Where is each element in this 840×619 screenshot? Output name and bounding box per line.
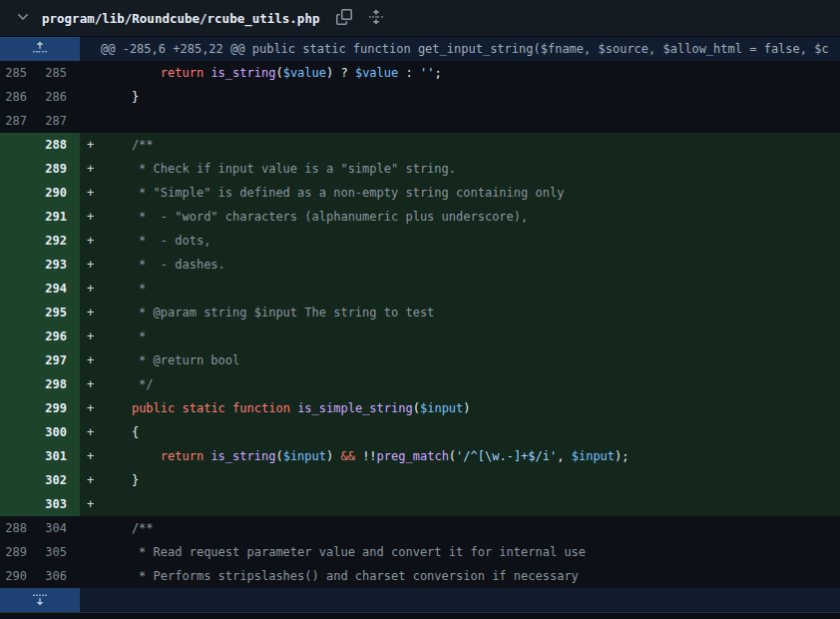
new-line-number[interactable]: 293 bbox=[40, 253, 80, 277]
old-line-number[interactable]: 286 bbox=[0, 85, 40, 109]
diff-marker: + bbox=[80, 253, 103, 277]
code-line: * bbox=[103, 277, 840, 301]
code-line: public static function is_simple_string(… bbox=[103, 396, 840, 420]
new-line-number[interactable]: 298 bbox=[40, 372, 80, 396]
diff-line: 294+ * bbox=[0, 277, 840, 301]
new-line-number[interactable]: 287 bbox=[40, 109, 80, 133]
diff-line: 291+ * - "word" characters (alphanumeric… bbox=[0, 205, 840, 229]
file-path[interactable]: program/lib/Roundcube/rcube_utils.php bbox=[42, 11, 319, 26]
new-line-number[interactable]: 286 bbox=[40, 85, 80, 109]
old-line-number[interactable] bbox=[0, 205, 40, 229]
old-line-number[interactable] bbox=[0, 229, 40, 253]
diff-line: 290+ * "Simple" is defined as a non-empt… bbox=[0, 181, 840, 205]
old-line-number[interactable]: 287 bbox=[0, 109, 40, 133]
diff-line: 285285 return is_string($value) ? $value… bbox=[0, 61, 840, 85]
diff-marker: + bbox=[80, 372, 103, 396]
new-line-number[interactable]: 285 bbox=[40, 61, 80, 85]
copy-path-button[interactable] bbox=[333, 7, 355, 29]
new-line-number[interactable]: 288 bbox=[40, 133, 80, 157]
old-line-number[interactable] bbox=[0, 348, 40, 372]
diff-marker: + bbox=[80, 468, 103, 492]
diff-line: 298+ */ bbox=[0, 372, 840, 396]
old-line-number[interactable] bbox=[0, 444, 40, 468]
diff-marker: + bbox=[80, 396, 103, 420]
code-line: */ bbox=[103, 372, 840, 396]
new-line-number[interactable]: 296 bbox=[40, 324, 80, 348]
code-line: * Read request parameter value and conve… bbox=[103, 540, 840, 564]
old-line-number[interactable] bbox=[0, 324, 40, 348]
unfold-icon bbox=[368, 9, 384, 28]
code-line: /** bbox=[103, 133, 840, 157]
new-line-number[interactable]: 297 bbox=[40, 348, 80, 372]
diff-line: 303+ bbox=[0, 492, 840, 516]
old-line-number[interactable] bbox=[0, 420, 40, 444]
new-line-number[interactable]: 299 bbox=[40, 396, 80, 420]
new-line-number[interactable]: 305 bbox=[40, 540, 80, 564]
code-line: * @param string $input The string to tes… bbox=[103, 301, 840, 324]
new-line-number[interactable]: 289 bbox=[40, 157, 80, 181]
diff-marker bbox=[80, 61, 103, 85]
collapse-file-button[interactable] bbox=[12, 7, 34, 29]
diff-line: 301+ return is_string($input) && !!preg_… bbox=[0, 444, 840, 468]
new-line-number[interactable]: 300 bbox=[40, 420, 80, 444]
new-line-number[interactable]: 291 bbox=[40, 205, 80, 229]
old-line-number[interactable] bbox=[0, 372, 40, 396]
old-line-number[interactable]: 290 bbox=[0, 564, 40, 588]
expand-all-hunks-button[interactable] bbox=[365, 7, 387, 29]
new-line-number[interactable]: 303 bbox=[40, 492, 80, 516]
code-line: * - dashes. bbox=[103, 253, 840, 277]
new-line-number[interactable]: 306 bbox=[40, 564, 80, 588]
old-line-number[interactable] bbox=[0, 157, 40, 181]
code-line: * bbox=[103, 324, 840, 348]
diff-line: 292+ * - dots, bbox=[0, 229, 840, 253]
diff-line: 299+ public static function is_simple_st… bbox=[0, 396, 840, 420]
diff-marker: + bbox=[80, 157, 103, 181]
old-line-number[interactable] bbox=[0, 253, 40, 277]
new-line-number[interactable]: 301 bbox=[40, 444, 80, 468]
new-line-number[interactable]: 292 bbox=[40, 229, 80, 253]
code-line: * Performs stripslashes() and charset co… bbox=[103, 564, 840, 588]
new-line-number[interactable]: 294 bbox=[40, 277, 80, 301]
new-line-number[interactable]: 290 bbox=[40, 181, 80, 205]
expand-down-button[interactable] bbox=[0, 588, 80, 612]
diff-line: 288304 /** bbox=[0, 516, 840, 540]
old-line-number[interactable] bbox=[0, 277, 40, 301]
old-line-number[interactable] bbox=[0, 133, 40, 157]
old-line-number[interactable] bbox=[0, 396, 40, 420]
code-line: * @return bool bbox=[103, 348, 840, 372]
old-line-number[interactable]: 289 bbox=[0, 540, 40, 564]
diff-marker bbox=[80, 564, 103, 588]
old-line-number[interactable] bbox=[0, 301, 40, 324]
code-line: return is_string($input) && !!preg_match… bbox=[103, 444, 840, 468]
diff-line: 290306 * Performs stripslashes() and cha… bbox=[0, 564, 840, 588]
old-line-number[interactable] bbox=[0, 468, 40, 492]
diff-marker: + bbox=[80, 444, 103, 468]
code-line bbox=[103, 492, 840, 516]
diff-marker: + bbox=[80, 205, 103, 229]
new-line-number[interactable]: 304 bbox=[40, 516, 80, 540]
old-line-number[interactable]: 288 bbox=[0, 516, 40, 540]
new-line-number[interactable]: 302 bbox=[40, 468, 80, 492]
old-line-number[interactable]: 285 bbox=[0, 61, 40, 85]
diff-marker: + bbox=[80, 324, 103, 348]
diff-line: 302+ } bbox=[0, 468, 840, 492]
expand-up-button[interactable] bbox=[0, 37, 80, 61]
fold-down-icon bbox=[32, 591, 48, 610]
diff-marker bbox=[80, 516, 103, 540]
diff-line: 295+ * @param string $input The string t… bbox=[0, 301, 840, 324]
bottom-strip bbox=[0, 612, 840, 619]
diff-marker bbox=[80, 540, 103, 564]
hunk-header-text: @@ -285,6 +285,22 @@ public static funct… bbox=[80, 37, 840, 61]
old-line-number[interactable] bbox=[0, 181, 40, 205]
new-line-number[interactable]: 295 bbox=[40, 301, 80, 324]
code-line: return is_string($value) ? $value : ''; bbox=[103, 61, 840, 85]
expand-down-fill bbox=[80, 588, 840, 612]
code-line: * "Simple" is defined as a non-empty str… bbox=[103, 181, 840, 205]
code-line: * - "word" characters (alphanumeric plus… bbox=[103, 205, 840, 229]
code-line: } bbox=[103, 468, 840, 492]
old-line-number[interactable] bbox=[0, 492, 40, 516]
diff-marker: + bbox=[80, 420, 103, 444]
hunk-header-row: @@ -285,6 +285,22 @@ public static funct… bbox=[0, 37, 840, 61]
file-header: program/lib/Roundcube/rcube_utils.php bbox=[0, 0, 840, 37]
diff-marker: + bbox=[80, 492, 103, 516]
